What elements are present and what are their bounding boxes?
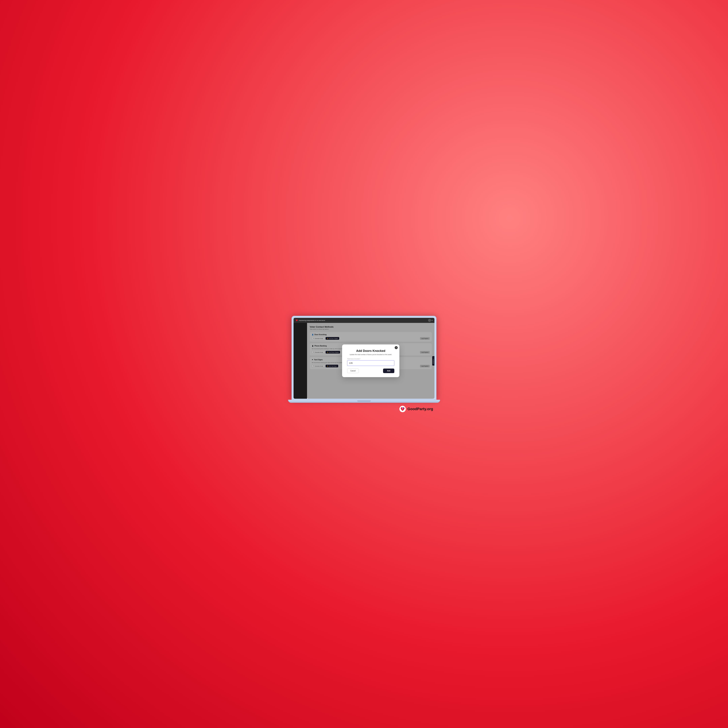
add-doors-knocked-modal: ✕ Add Doors Knocked Update the total num… <box>342 344 399 377</box>
add-button[interactable]: Add <box>383 369 394 373</box>
modal-close-button[interactable]: ✕ <box>395 346 398 349</box>
goodparty-logo-icon <box>295 319 298 321</box>
laptop-screen-bezel: empowering independents to run and serve… <box>292 316 436 400</box>
sidebar <box>294 323 307 399</box>
cancel-button[interactable]: Cancel <box>347 369 359 373</box>
modal-actions: Cancel Add <box>347 369 394 373</box>
branding-name: GoodParty.org <box>407 407 433 411</box>
modal-overlay: ✕ Add Doors Knocked Update the total num… <box>307 323 434 399</box>
branding: GoodParty.org <box>399 406 433 412</box>
header-logo: empowering independents to run and serve… <box>295 319 325 321</box>
total-doors-knocked-input[interactable] <box>347 360 394 366</box>
main-content: Voter Contact Methods Take action on the… <box>307 323 434 399</box>
avatar[interactable] <box>428 319 431 322</box>
header-tagline: empowering independents to run and serve… <box>299 320 325 321</box>
chevron-down-icon: ▾ <box>432 320 433 321</box>
scene: empowering independents to run and serve… <box>292 316 436 412</box>
form-group-doors: Total Doors Knocked * <box>347 358 394 366</box>
laptop-base <box>288 400 440 403</box>
laptop-notch <box>357 401 371 402</box>
app-header: empowering independents to run and serve… <box>294 318 434 323</box>
form-label-doors: Total Doors Knocked * <box>347 358 394 359</box>
laptop: empowering independents to run and serve… <box>292 316 436 403</box>
header-right: ▾ <box>428 319 433 322</box>
app-body: Voter Contact Methods Take action on the… <box>294 323 434 399</box>
goodparty-branding-logo <box>399 406 406 412</box>
modal-subtitle: Update the total number of doors you've … <box>347 354 394 355</box>
laptop-screen: empowering independents to run and serve… <box>294 318 434 399</box>
close-icon: ✕ <box>396 347 397 349</box>
modal-title: Add Doors Knocked <box>347 349 394 353</box>
